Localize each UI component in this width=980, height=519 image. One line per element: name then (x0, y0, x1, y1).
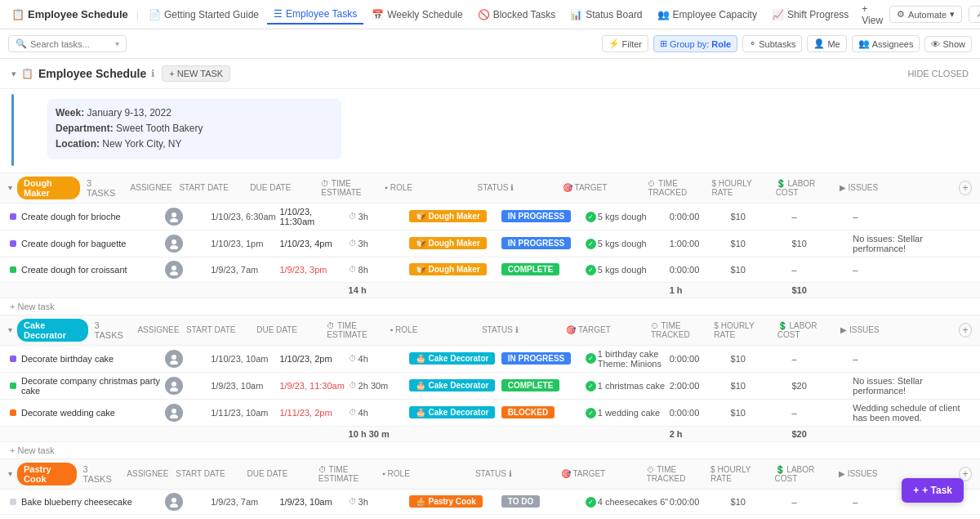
role-icon: 🍞 (416, 239, 425, 248)
task-hourly-rate: $10 (731, 354, 792, 364)
task-issues: Wedding schedule of client has been move… (853, 403, 975, 423)
logo-icon: 📋 (11, 8, 24, 20)
status-board-icon: 📊 (570, 9, 582, 20)
page-header: ▾ 📋 Employee Schedule ℹ + NEW TASK HIDE … (0, 59, 980, 89)
avatar (165, 235, 183, 253)
task-assignee (165, 261, 211, 279)
group-add-dough-maker[interactable]: + (959, 181, 972, 195)
task-labor-cost: $20 (791, 381, 853, 391)
search-input[interactable] (30, 39, 112, 49)
group-toggle-dough-maker[interactable]: ▾ (8, 183, 12, 192)
tab-getting-started[interactable]: 📄 Getting Started Guide (142, 6, 265, 24)
role-badge: 🍞Dough Maker (409, 263, 486, 275)
add-task-row-cake-decorator[interactable]: + New task (0, 442, 980, 459)
task-name[interactable]: Bake blueberry cheesecake (21, 497, 132, 507)
group-task-count-dough-maker: 3 TASKS (87, 178, 118, 198)
me-button[interactable]: 👤 Me (807, 35, 846, 52)
target-icon: ✓ (586, 497, 596, 508)
task-name-cell: Decorate birthday cake (10, 354, 165, 364)
priority-dot (10, 383, 16, 389)
task-due-date: 1/9/23, 3pm (279, 265, 348, 275)
svg-point-12 (172, 498, 176, 503)
task-hourly-rate: $10 (731, 239, 792, 248)
group-header-cake-decorator[interactable]: ▾ Cake Decorator 3 TASKS ASSIGNEE START … (0, 315, 980, 346)
task-name-cell: Create dough for brioche (10, 212, 165, 221)
share-button[interactable]: ↗ Share (969, 6, 980, 23)
show-button[interactable]: 👁 Show (924, 36, 972, 52)
group-col-timetrack: ⏲ TIME TRACKED (651, 321, 707, 339)
tab-employee-tasks[interactable]: ☰ Employee Tasks (267, 5, 363, 25)
group-by-button[interactable]: ⊞ Group by: Role (653, 35, 737, 52)
task-time-tracked: 0:00:00 (670, 354, 731, 364)
task-start-date: 1/9/23, 7am (211, 265, 279, 275)
task-name[interactable]: Decorate company christmas party cake (21, 376, 165, 396)
task-start-date: 1/9/23, 7am (211, 497, 279, 507)
search-box[interactable]: 🔍 ▾ (8, 35, 127, 52)
task-time-estimate: ⏱3h (349, 497, 410, 507)
task-name[interactable]: Decorate birthday cake (21, 354, 114, 364)
task-name[interactable]: Create dough for baguette (21, 239, 126, 248)
group-col-timetrack: ⏲ TIME TRACKED (647, 465, 704, 483)
group-col-startdate: START DATE (179, 183, 243, 192)
task-status: IN PROGRESS (501, 237, 586, 249)
task-target: ✓ 5 kgs dough (586, 264, 670, 275)
tab-weekly-schedule[interactable]: 📅 Weekly Schedule (365, 6, 470, 24)
priority-dot (10, 266, 16, 273)
task-name[interactable]: Create dough for croissant (21, 265, 127, 275)
schedule-info-block: Week: January 9-13, 2022 Department: Swe… (11, 94, 969, 166)
hide-closed-button[interactable]: HIDE CLOSED (907, 69, 969, 78)
add-task-row-dough-maker[interactable]: + New task (0, 298, 980, 315)
group-toggle-pastry-cook[interactable]: ▾ (8, 469, 12, 478)
role-badge: 🥧Pastry Cook (409, 495, 482, 508)
location-info: Location: New York City, NY (56, 136, 333, 152)
info-icon[interactable]: ℹ (151, 68, 155, 79)
group-toggle-cake-decorator[interactable]: ▾ (8, 325, 12, 334)
task-name[interactable]: Create dough for brioche (21, 212, 121, 221)
filter-button[interactable]: ⚡ Filter (602, 35, 648, 52)
target-icon: ✓ (586, 265, 596, 275)
group-add-cake-decorator[interactable]: + (959, 323, 972, 338)
group-col-target: 🎯 TARGET (563, 183, 641, 192)
add-view-button[interactable]: + View (857, 0, 888, 29)
group-col-hourlyrate: $ HOURLY RATE (714, 321, 770, 339)
svg-point-4 (172, 266, 176, 271)
priority-dot (10, 213, 16, 220)
svg-point-5 (170, 271, 178, 275)
status-badge: COMPLETE (501, 263, 560, 275)
task-labor-cost: – (791, 265, 853, 275)
automate-button[interactable]: ⚙ Automate ▾ (889, 6, 962, 23)
task-name[interactable]: Decorate wedding cake (21, 408, 115, 418)
group-header-dough-maker[interactable]: ▾ Dough Maker 3 TASKS ASSIGNEE START DAT… (0, 172, 980, 204)
group-header-pastry-cook[interactable]: ▾ Pastry Cook 3 TASKS ASSIGNEE START DAT… (0, 459, 980, 490)
task-name-cell: Bake blueberry cheesecake (10, 497, 165, 507)
tab-shift-progress[interactable]: 📈 Shift Progress (765, 6, 855, 24)
tab-status-board[interactable]: 📊 Status Board (564, 6, 648, 24)
subtasks-icon: ⚬ (749, 38, 756, 49)
task-issues: – (853, 265, 975, 275)
app-logo[interactable]: 📋 Employee Schedule (7, 8, 133, 20)
subtasks-button[interactable]: ⚬ Subtasks (742, 35, 802, 52)
role-badge: 🎂Cake Decorator (409, 379, 495, 391)
tab-employee-capacity[interactable]: 👥 Employee Capacity (651, 6, 764, 24)
priority-dot (10, 356, 16, 362)
group-col-timeest: ⏱ TIME ESTIMATE (327, 321, 383, 339)
svg-point-0 (172, 213, 176, 217)
me-icon: 👤 (813, 38, 825, 49)
group-col-timeest: ⏱ TIME ESTIMATE (321, 179, 378, 197)
avatar (165, 261, 183, 279)
task-row: Create dough for croissant 1/9/23, 7am 1… (0, 257, 980, 283)
tab-blocked-tasks[interactable]: 🚫 Blocked Tasks (471, 6, 562, 24)
task-due-date: 1/9/23, 10am (279, 497, 348, 507)
group-col-role: ▪ ROLE (385, 183, 470, 192)
new-task-button[interactable]: + NEW TASK (162, 65, 230, 82)
group-col-duedate: DUE DATE (256, 325, 320, 334)
task-time-estimate: ⏱3h (349, 212, 410, 221)
assignees-button[interactable]: 👥 Assignees (852, 35, 920, 52)
chevron-down-icon[interactable]: ▾ (11, 69, 16, 79)
group-col-startdate: START DATE (186, 325, 250, 334)
task-time-estimate: ⏱8h (349, 265, 410, 275)
task-target: ✓ 5 kgs dough (586, 238, 670, 249)
target-icon: ✓ (586, 353, 596, 364)
search-dropdown-icon[interactable]: ▾ (115, 39, 119, 48)
add-task-fixed-button[interactable]: + + Task (902, 478, 964, 503)
